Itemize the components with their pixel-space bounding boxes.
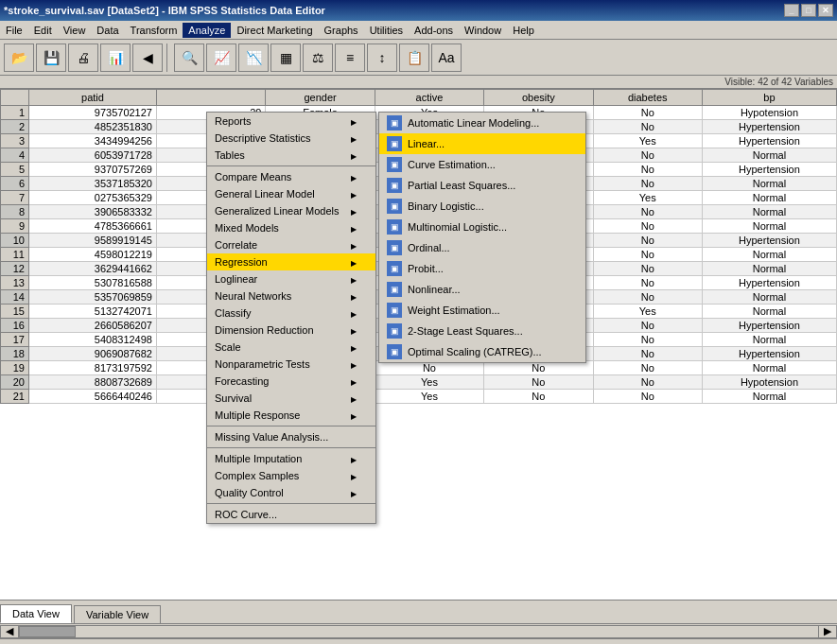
col-gender[interactable]: gender xyxy=(266,90,375,106)
analyze-menu-item[interactable]: Multiple Response xyxy=(207,407,375,424)
regression-submenu-item[interactable]: ▣Optimal Scaling (CATREG)... xyxy=(379,341,585,362)
save-button[interactable]: 💾 xyxy=(36,44,66,72)
chart3-button[interactable]: 📋 xyxy=(399,44,429,72)
calc-button[interactable]: ⚖ xyxy=(303,44,333,72)
menu-graphs[interactable]: Graphs xyxy=(319,23,364,38)
analyze-menu-item[interactable]: Reports xyxy=(207,113,375,130)
submenu-arrow-icon xyxy=(343,222,357,234)
analyze-menu-item[interactable]: Missing Value Analysis... xyxy=(207,428,375,445)
menu-utilities[interactable]: Utilities xyxy=(364,23,409,38)
analyze-menu-item[interactable]: Correlate xyxy=(207,236,375,253)
analyze-menu-item[interactable]: Loglinear xyxy=(207,270,375,287)
horizontal-scrollbar[interactable]: ◀ ▶ xyxy=(0,623,837,638)
submenu-arrow-icon xyxy=(343,149,357,161)
report-button[interactable]: 📊 xyxy=(100,44,131,72)
menu-view[interactable]: View xyxy=(58,23,92,38)
menu-analyze[interactable]: Analyze xyxy=(183,23,231,38)
chart1-button[interactable]: 📈 xyxy=(206,44,236,72)
regression-submenu-item[interactable]: ▣Probit... xyxy=(379,258,585,279)
open-button[interactable]: 📂 xyxy=(4,44,34,72)
analyze-menu-item[interactable]: Forecasting xyxy=(207,373,375,390)
scroll-thumb[interactable] xyxy=(19,626,76,637)
scroll-left-button[interactable]: ◀ xyxy=(0,625,19,638)
submenu-arrow-icon xyxy=(343,115,357,127)
chart2-button[interactable]: 📉 xyxy=(238,44,269,72)
col-diabetes[interactable]: diabetes xyxy=(593,90,702,106)
regression-submenu-item[interactable]: ▣Multinomial Logistic... xyxy=(379,217,585,237)
menu-data[interactable]: Data xyxy=(91,23,124,38)
find-button[interactable]: 🔍 xyxy=(174,44,204,72)
menu-separator xyxy=(207,165,375,166)
regression-submenu-item[interactable]: ▣Nonlinear... xyxy=(379,279,585,300)
menu-addons[interactable]: Add-ons xyxy=(409,23,459,38)
regression-submenu-item[interactable]: ▣Linear... xyxy=(379,133,585,154)
regression-submenu-item[interactable]: ▣Weight Estimation... xyxy=(379,300,585,321)
window-controls[interactable]: _ □ ✕ xyxy=(784,4,833,17)
submenu-item-icon: ▣ xyxy=(387,323,402,339)
col-bp[interactable]: bp xyxy=(702,90,836,106)
scroll-track[interactable] xyxy=(19,625,818,638)
submenu-arrow-icon xyxy=(343,307,357,319)
menu-separator xyxy=(207,426,375,426)
submenu-arrow-icon xyxy=(343,487,357,498)
table-row: 215666440246822229FemaleYesNoNoNormal xyxy=(1,390,837,404)
col-active[interactable]: active xyxy=(375,90,483,106)
analyze-menu-item[interactable]: Dimension Reduction xyxy=(207,322,375,339)
analyze-menu-item[interactable]: Mixed Models xyxy=(207,219,375,236)
submenu-arrow-icon xyxy=(343,205,357,217)
text-button[interactable]: Aa xyxy=(431,44,462,72)
regression-submenu: ▣Automatic Linear Modeling...▣Linear...▣… xyxy=(378,112,586,363)
regression-submenu-item[interactable]: ▣Ordinal... xyxy=(379,237,585,258)
menu-file[interactable]: File xyxy=(0,23,28,38)
sort-button[interactable]: ↕ xyxy=(367,44,397,72)
close-button[interactable]: ✕ xyxy=(818,4,833,17)
submenu-item-icon: ▣ xyxy=(387,282,402,297)
analyze-menu-item[interactable]: Generalized Linear Models xyxy=(207,202,375,219)
print-button[interactable]: 🖨 xyxy=(68,44,98,72)
menu-window[interactable]: Window xyxy=(459,23,507,38)
analyze-menu-item[interactable]: Compare Means xyxy=(207,168,375,185)
analyze-menu-item[interactable]: Quality Control xyxy=(207,484,375,501)
analyze-menu-item[interactable]: Classify xyxy=(207,305,375,322)
var-button[interactable]: ≡ xyxy=(335,44,365,72)
submenu-item-icon: ▣ xyxy=(387,240,402,255)
analyze-menu-item[interactable]: Neural Networks xyxy=(207,287,375,305)
col-obesity[interactable]: obesity xyxy=(484,90,593,106)
regression-submenu-item[interactable]: ▣Curve Estimation... xyxy=(379,154,585,175)
col-2[interactable] xyxy=(156,90,265,106)
regression-submenu-item[interactable]: ▣Binary Logistic... xyxy=(379,196,585,217)
analyze-menu-item[interactable]: Tables xyxy=(207,147,375,164)
title-bar: *stroke_survival.sav [DataSet2] - IBM SP… xyxy=(0,0,837,21)
analyze-menu-item[interactable]: Nonparametric Tests xyxy=(207,356,375,373)
regression-submenu-item[interactable]: ▣Partial Least Squares... xyxy=(379,175,585,196)
analyze-menu-item[interactable]: Multiple Imputation xyxy=(207,450,375,467)
tab-variable-view[interactable]: Variable View xyxy=(74,605,161,623)
submenu-arrow-icon xyxy=(343,273,357,285)
analyze-menu-item[interactable]: Scale xyxy=(207,339,375,356)
analyze-menu-item[interactable]: General Linear Model xyxy=(207,185,375,202)
analyze-menu-item[interactable]: Complex Samples xyxy=(207,467,375,484)
analyze-menu-item[interactable]: Descriptive Statistics xyxy=(207,130,375,147)
col-patid[interactable]: patid xyxy=(29,90,157,106)
analyze-menu-item[interactable]: Regression xyxy=(207,253,375,270)
regression-submenu-item[interactable]: ▣Automatic Linear Modeling... xyxy=(379,113,585,133)
minimize-button[interactable]: _ xyxy=(784,4,799,17)
menu-transform[interactable]: Transform xyxy=(125,23,183,38)
submenu-item-icon: ▣ xyxy=(387,157,402,172)
submenu-arrow-icon xyxy=(343,470,357,481)
submenu-arrow-icon xyxy=(343,409,357,421)
scroll-right-button[interactable]: ▶ xyxy=(818,625,837,638)
menu-direct-marketing[interactable]: Direct Marketing xyxy=(231,23,318,38)
maximize-button[interactable]: □ xyxy=(801,4,816,17)
menu-help[interactable]: Help xyxy=(507,23,540,38)
menu-separator xyxy=(207,447,375,448)
submenu-arrow-icon xyxy=(343,341,357,353)
regression-submenu-item[interactable]: ▣2-Stage Least Squares... xyxy=(379,321,585,341)
back-button[interactable]: ◀ xyxy=(132,44,163,72)
toolbar: 📂 💾 🖨 📊 ◀ 🔍 📈 📉 ▦ ⚖ ≡ ↕ 📋 Aa xyxy=(0,40,837,76)
table-button[interactable]: ▦ xyxy=(270,44,301,72)
analyze-menu-item[interactable]: ROC Curve... xyxy=(207,506,375,523)
tab-data-view[interactable]: Data View xyxy=(0,604,72,623)
analyze-menu-item[interactable]: Survival xyxy=(207,390,375,407)
menu-edit[interactable]: Edit xyxy=(28,23,58,38)
